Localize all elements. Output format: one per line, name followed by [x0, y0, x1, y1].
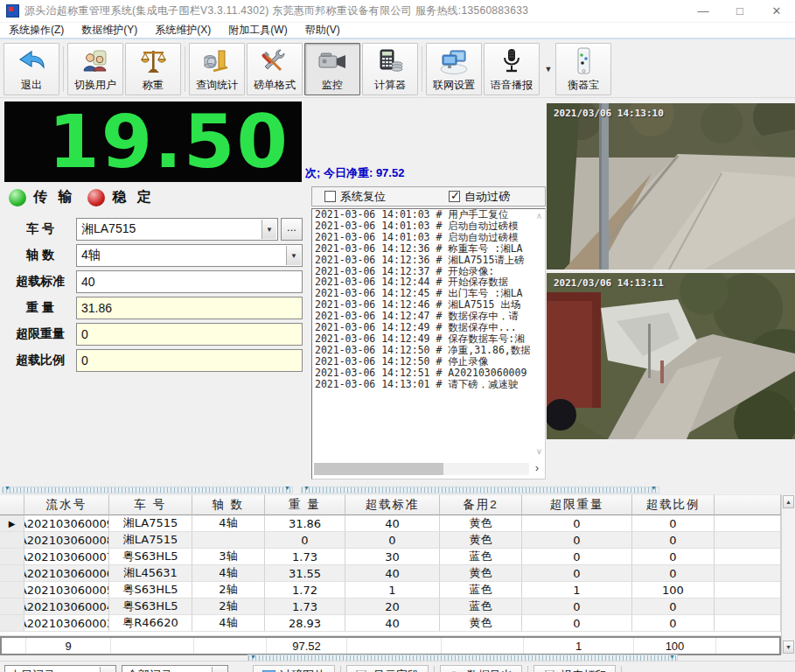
log-scroll-up-icon[interactable]: ∧ [536, 211, 542, 220]
menu-bar: 系统操作(Z) 数据维护(Y) 系统维护(X) 附加工具(W) 帮助(V) [0, 23, 795, 39]
log-scroll-right-icon[interactable]: › [531, 463, 543, 475]
header-plate[interactable]: 车 号 [109, 494, 192, 515]
cell-serial: A202103060004 [24, 598, 109, 615]
minimize-button[interactable]: — [685, 0, 722, 22]
calculator-button[interactable]: 计算器 [362, 43, 418, 95]
cell-ratio: 0 [632, 565, 715, 582]
voice-dropdown-arrow[interactable]: ▼ [541, 43, 555, 95]
menu-help[interactable]: 帮助(V) [296, 23, 349, 38]
camera-1-timestamp: 2021/03/06 14:13:10 [554, 108, 664, 119]
monitor-button[interactable]: 监控 [304, 43, 360, 95]
table-row[interactable]: A202103060007 粤S63HL5 3轴 1.73 30 蓝色 0 0 [0, 549, 781, 565]
header-weight[interactable]: 重 量 [265, 494, 345, 515]
scroll-down-icon[interactable]: ▼ [783, 640, 794, 654]
menu-data-maintenance[interactable]: 数据维护(Y) [73, 23, 146, 38]
cell-serial: A202103060008 [24, 532, 109, 549]
log-scrollbar-thumb[interactable] [314, 463, 443, 475]
log-line: 2021-03-06 14:12:36 # 湘LA7515请上磅 [312, 255, 545, 266]
voice-broadcast-button[interactable]: 语音播报 [484, 43, 540, 95]
table-row[interactable]: A202103060005 粤S63HL5 2轴 1.72 1 蓝色 1 100 [0, 582, 781, 598]
cell-axles: 4轴 [192, 565, 265, 582]
log-scroll-down-icon[interactable]: ∨ [536, 446, 542, 456]
weight-input[interactable]: 31.86 [76, 297, 303, 319]
header-ratio[interactable]: 超载比例 [632, 494, 715, 515]
overload-ratio-input[interactable]: 0 [76, 349, 303, 372]
table-vertical-scrollbar[interactable]: ▲ ▼ [781, 494, 795, 654]
table-row[interactable]: A202103060004 粤S63HL5 2轴 1.73 20 蓝色 0 0 [0, 598, 781, 615]
overload-standard-input[interactable]: 40 [76, 270, 303, 293]
record-range-select[interactable]: 本日记录 ▼ [4, 665, 116, 672]
show-fields-label: 显示字段 [373, 668, 419, 672]
menu-system-operation[interactable]: 系统操作(Z) [0, 23, 73, 38]
system-reset-label: 系统复位 [340, 189, 386, 205]
splitter-mark-icon: ▼ [303, 485, 310, 491]
window-title: 源头治超称重管理系统(集成电子围栏V3.3.11.4302) 东莞惠而邦称重设备… [24, 4, 528, 18]
plate-number-combobox[interactable]: 湘LA7515 ▼ [76, 218, 278, 241]
splitter-mark-icon: ▼ [4, 485, 10, 491]
record-scope-select[interactable]: 全部记录 ▼ [122, 665, 228, 672]
header-serial[interactable]: 流水号 [24, 494, 109, 515]
data-export-button[interactable]: 数据导出 [440, 665, 522, 672]
header-remark[interactable]: 备用2 [440, 494, 522, 515]
table-row[interactable]: A202103060006 湘L45631 4轴 31.55 40 黄色 0 0 [0, 565, 781, 582]
maximize-button[interactable]: □ [722, 0, 758, 22]
log-line: 2021-03-06 14:12:51 # A202103060009 [312, 368, 545, 379]
right-splitter-bar[interactable]: ▼ ▼ [301, 486, 659, 494]
cell-limit: 20 [345, 598, 440, 615]
cell-remark: 黄色 [440, 515, 522, 532]
header-limit[interactable]: 超载标准 [345, 494, 440, 515]
switch-user-button[interactable]: 切换用户 [67, 43, 123, 95]
over-limit-weight-input[interactable]: 0 [76, 323, 303, 346]
chevron-down-icon[interactable]: ▼ [286, 246, 301, 265]
query-stats-button[interactable]: 查询统计 [189, 43, 245, 95]
network-settings-icon [436, 46, 471, 76]
plate-lookup-button[interactable]: ... [281, 218, 303, 241]
table-row[interactable]: ▶ A202103060009 湘LA7515 4轴 31.86 40 黄色 0… [0, 515, 781, 532]
header-axles[interactable]: 轴 数 [192, 494, 265, 515]
cell-ratio: 0 [632, 598, 715, 615]
system-reset-checkbox[interactable] [324, 191, 336, 202]
cell-ratio: 0 [632, 515, 715, 532]
event-log-panel[interactable]: 2021-03-06 14:01:03 # 用户手工复位 2021-03-06 … [311, 208, 546, 480]
auto-weigh-checkbox[interactable] [449, 191, 460, 202]
cell-remark: 蓝色 [440, 598, 522, 615]
cell-serial: A202103060007 [24, 549, 109, 565]
weigh-button[interactable]: 称重 [125, 43, 181, 95]
report-print-button[interactable]: 报表打印 [533, 665, 616, 672]
cell-plate: 粤S63HL5 [109, 549, 192, 565]
log-horizontal-scrollbar[interactable]: › [314, 463, 529, 475]
header-over[interactable]: 超限重量 [522, 494, 632, 515]
exit-button[interactable]: 退出 [3, 43, 59, 95]
log-line: 2021-03-06 14:12:49 # 保存数据车号:湘 [312, 333, 545, 345]
stable-label: 稳 定 [112, 188, 154, 206]
cell-remark: 黄色 [440, 532, 522, 549]
chevron-down-icon[interactable]: ▼ [100, 667, 115, 672]
weight-led-display: 19.50 [4, 102, 302, 182]
menu-system-maintenance[interactable]: 系统维护(X) [146, 23, 220, 38]
log-line: 2021-03-06 14:01:03 # 用户手工复位 [312, 209, 545, 220]
left-splitter-bar[interactable]: ▼ ▼ [2, 486, 293, 494]
cell-over: 0 [522, 565, 632, 582]
cell-limit: 40 [345, 515, 440, 532]
weight-label: 重 量 [4, 300, 76, 316]
table-row[interactable]: A202103060003 粤R46620 4轴 28.93 40 黄色 0 0 [0, 615, 781, 632]
network-settings-button[interactable]: 联网设置 [426, 43, 482, 95]
axle-count-combobox[interactable]: 4轴 ▼ [76, 244, 303, 267]
cell-serial: A202103060005 [24, 582, 109, 598]
table-row[interactable]: A202103060008 湘LA7515 0 0 黄色 0 0 [0, 532, 781, 549]
weigh-photo-button[interactable]: 过磅图片 [253, 665, 335, 672]
ticket-format-button[interactable]: 磅单格式 [247, 43, 303, 95]
chevron-down-icon[interactable]: ▼ [262, 220, 276, 239]
show-fields-button[interactable]: 显示字段 [346, 665, 429, 672]
voice-broadcast-icon [499, 46, 525, 76]
weight-row: 重 量 31.86 [4, 297, 303, 319]
cell-filler [715, 515, 781, 532]
cell-weight: 28.93 [265, 615, 345, 632]
header-filler [715, 494, 781, 515]
close-button[interactable]: ✕ [758, 0, 795, 22]
scale-app-button[interactable]: 衡器宝 [555, 43, 611, 95]
menu-extra-tools[interactable]: 附加工具(W) [220, 23, 296, 38]
scroll-up-icon[interactable]: ▲ [783, 495, 794, 508]
log-line: 2021-03-06 14:01:03 # 启动自动过磅模 [312, 220, 545, 232]
chevron-down-icon[interactable]: ▼ [212, 667, 227, 672]
